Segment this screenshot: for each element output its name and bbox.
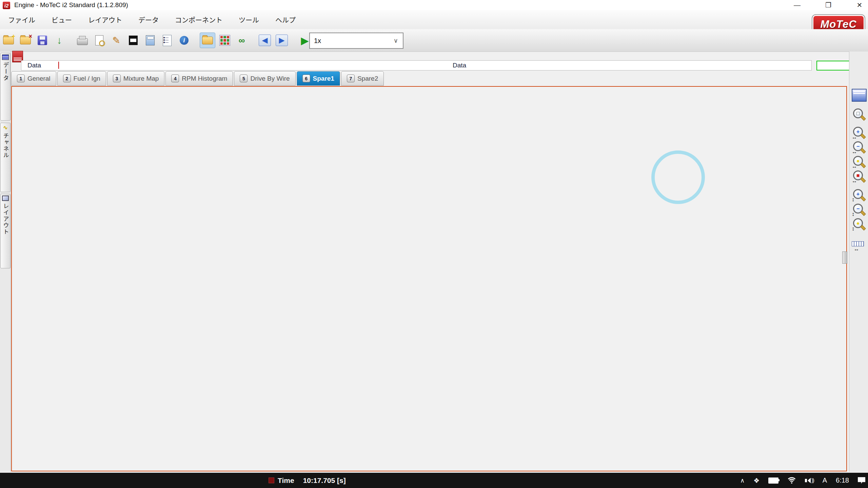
cursor-highlight-ring	[651, 150, 705, 204]
zoom-in-horizontal-icon[interactable]: +↔	[852, 126, 866, 140]
zoom-out-vertical-icon[interactable]: −↕	[852, 203, 866, 217]
ime-indicator[interactable]: A	[823, 476, 827, 484]
time-channel-label: Time	[278, 476, 294, 485]
zoom-reset-horizontal-icon[interactable]: ●↔	[852, 155, 866, 169]
zoom-select-icon[interactable]: □	[852, 108, 866, 122]
action-center-icon[interactable]	[858, 477, 865, 484]
zoom-out-horizontal-icon[interactable]: −↔	[852, 141, 866, 155]
taskbar: Time 10:17.705 [s] ∧ ❖ )) A 6:18	[0, 473, 868, 488]
dropbox-icon[interactable]: ❖	[753, 476, 760, 485]
pane-splitter-handle[interactable]	[842, 251, 847, 264]
volume-icon[interactable]: ))	[805, 477, 814, 484]
system-tray: ∧ ❖ )) A 6:18	[740, 473, 865, 488]
zoom-record-icon[interactable]: ■↔	[852, 170, 866, 184]
battery-icon[interactable]	[768, 477, 778, 484]
cursor-time-readout: Time 10:17.705 [s]	[269, 473, 346, 488]
zoom-in-vertical-icon[interactable]: +↕	[852, 188, 866, 203]
screen: { "ui": { "title_bar": {"title": "Engine…	[0, 0, 868, 488]
tray-expand-icon[interactable]: ∧	[740, 477, 745, 484]
measure-ruler-icon[interactable]: ↔	[852, 241, 866, 256]
wifi-icon[interactable]	[787, 477, 796, 484]
time-channel-value: 10:17.705 [s]	[303, 476, 346, 485]
time-distance-plot[interactable]	[0, 0, 868, 488]
time-channel-swatch	[269, 477, 274, 483]
zoom-reset-vertical-icon[interactable]: ●↕	[852, 218, 866, 232]
clock[interactable]: 6:18	[836, 476, 849, 484]
display-panel-icon[interactable]	[852, 89, 866, 103]
